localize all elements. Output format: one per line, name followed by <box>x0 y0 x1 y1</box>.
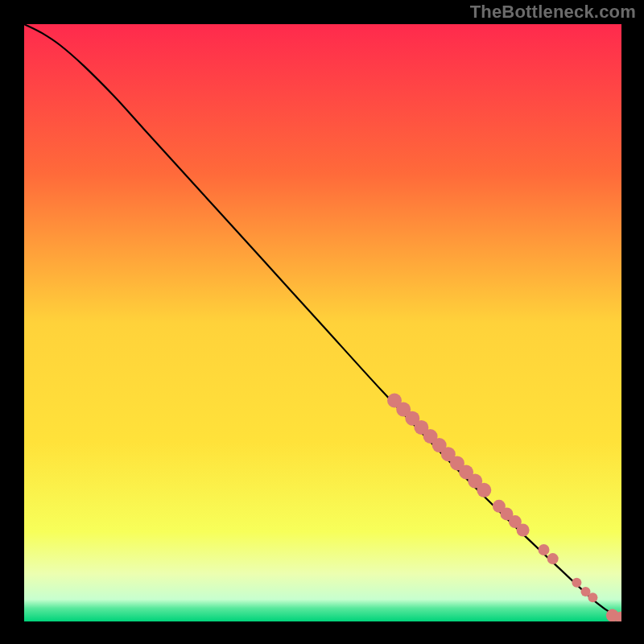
data-marker <box>572 578 581 588</box>
watermark-label: TheBottleneck.com <box>470 2 636 23</box>
data-marker <box>517 524 530 537</box>
chart-canvas <box>0 0 644 644</box>
data-marker <box>539 544 550 555</box>
chart-stage: { "watermark": "TheBottleneck.com", "plo… <box>0 0 644 644</box>
data-marker <box>477 483 491 497</box>
plot-background <box>24 24 621 621</box>
data-marker <box>615 612 628 625</box>
data-marker <box>588 592 597 602</box>
data-marker <box>547 553 559 564</box>
